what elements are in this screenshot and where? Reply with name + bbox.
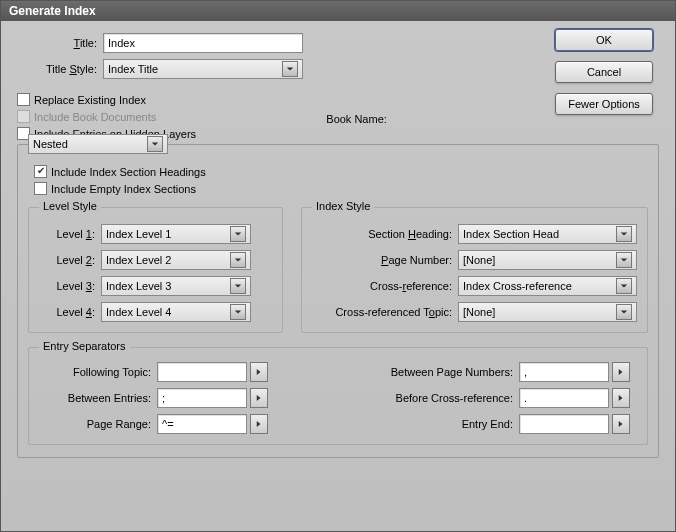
flyout-button[interactable]	[612, 362, 630, 382]
level4-value: Index Level 4	[106, 306, 227, 318]
entry-end-label: Entry End:	[353, 418, 513, 430]
between-entries-input[interactable]	[157, 388, 247, 408]
cross-ref-topic-label: Cross-referenced Topic:	[312, 306, 452, 318]
title-label: Title:	[17, 37, 97, 49]
chevron-down-icon	[230, 226, 246, 242]
index-style-group: Index Style Section Heading: Index Secti…	[301, 207, 648, 333]
index-style-legend: Index Style	[312, 200, 374, 212]
level3-value: Index Level 3	[106, 280, 227, 292]
main-group: Nested Include Index Section Headings In…	[17, 144, 659, 458]
chevron-down-icon	[616, 252, 632, 268]
chevron-down-icon	[282, 61, 298, 77]
section-heading-label: Section Heading:	[312, 228, 452, 240]
section-heading-value: Index Section Head	[463, 228, 613, 240]
cross-ref-label: Cross-reference:	[312, 280, 452, 292]
title-style-select[interactable]: Index Title	[103, 59, 303, 79]
include-headings-check[interactable]: Include Index Section Headings	[34, 165, 648, 178]
include-book-docs-check: Include Book Documents	[17, 110, 156, 123]
include-empty-check[interactable]: Include Empty Index Sections	[34, 182, 648, 195]
level-style-group: Level Style Level 1: Index Level 1 Level…	[28, 207, 283, 333]
following-topic-label: Following Topic:	[39, 366, 151, 378]
level1-label: Level 1:	[39, 228, 95, 240]
chevron-down-icon	[616, 278, 632, 294]
level3-select[interactable]: Index Level 3	[101, 276, 251, 296]
flyout-button[interactable]	[250, 414, 268, 434]
title-style-value: Index Title	[108, 63, 279, 75]
checkbox-icon	[34, 182, 47, 195]
title-style-label: Title Style:	[17, 63, 97, 75]
page-range-label: Page Range:	[39, 418, 151, 430]
checkbox-icon	[17, 110, 30, 123]
checkbox-checked-icon	[34, 165, 47, 178]
level4-select[interactable]: Index Level 4	[101, 302, 251, 322]
flyout-button[interactable]	[250, 362, 268, 382]
cross-ref-topic-value: [None]	[463, 306, 613, 318]
page-number-select[interactable]: [None]	[458, 250, 637, 270]
chevron-down-icon	[616, 304, 632, 320]
page-number-value: [None]	[463, 254, 613, 266]
dialog-titlebar: Generate Index	[1, 1, 675, 21]
dialog-title: Generate Index	[9, 4, 96, 18]
following-topic-input[interactable]	[157, 362, 247, 382]
entry-separators-legend: Entry Separators	[39, 340, 130, 352]
page-number-label: Page Number:	[312, 254, 452, 266]
page-range-input[interactable]	[157, 414, 247, 434]
cross-ref-topic-select[interactable]: [None]	[458, 302, 637, 322]
replace-existing-check[interactable]: Replace Existing Index	[17, 93, 659, 106]
before-cross-ref-label: Before Cross-reference:	[353, 392, 513, 404]
title-input[interactable]	[103, 33, 303, 53]
flyout-button[interactable]	[250, 388, 268, 408]
between-page-numbers-label: Between Page Numbers:	[353, 366, 513, 378]
chevron-down-icon	[230, 304, 246, 320]
level2-select[interactable]: Index Level 2	[101, 250, 251, 270]
chevron-down-icon	[616, 226, 632, 242]
level1-value: Index Level 1	[106, 228, 227, 240]
replace-existing-label: Replace Existing Index	[34, 94, 146, 106]
include-empty-label: Include Empty Index Sections	[51, 183, 196, 195]
nested-runin-select[interactable]: Nested	[28, 134, 168, 154]
chevron-down-icon	[147, 136, 163, 152]
book-name-label: Book Name:	[326, 113, 387, 125]
cross-ref-value: Index Cross-reference	[463, 280, 613, 292]
level-style-legend: Level Style	[39, 200, 101, 212]
between-entries-label: Between Entries:	[39, 392, 151, 404]
level1-select[interactable]: Index Level 1	[101, 224, 251, 244]
level3-label: Level 3:	[39, 280, 95, 292]
nested-runin-value: Nested	[33, 138, 144, 150]
between-page-numbers-input[interactable]	[519, 362, 609, 382]
generate-index-dialog: Generate Index OK Cancel Fewer Options T…	[0, 0, 676, 532]
entry-end-input[interactable]	[519, 414, 609, 434]
dialog-content: Title: Title Style: Index Title Replace …	[1, 21, 675, 468]
checkbox-icon	[17, 93, 30, 106]
section-heading-select[interactable]: Index Section Head	[458, 224, 637, 244]
cross-ref-select[interactable]: Index Cross-reference	[458, 276, 637, 296]
flyout-button[interactable]	[612, 414, 630, 434]
before-cross-ref-input[interactable]	[519, 388, 609, 408]
include-headings-label: Include Index Section Headings	[51, 166, 206, 178]
chevron-down-icon	[230, 278, 246, 294]
level2-value: Index Level 2	[106, 254, 227, 266]
level4-label: Level 4:	[39, 306, 95, 318]
chevron-down-icon	[230, 252, 246, 268]
flyout-button[interactable]	[612, 388, 630, 408]
level2-label: Level 2:	[39, 254, 95, 266]
entry-separators-group: Entry Separators Following Topic: Betwee…	[28, 347, 648, 445]
include-book-docs-label: Include Book Documents	[34, 111, 156, 123]
